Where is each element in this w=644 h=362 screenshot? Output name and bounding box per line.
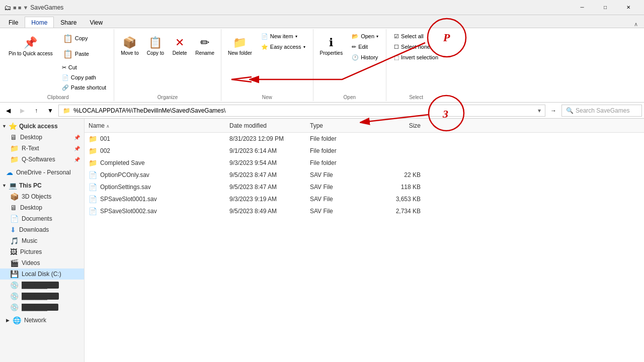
sidebar-item-local-disk[interactable]: 💾 Local Disk (C:) (0, 268, 84, 280)
table-row[interactable]: 📄 OptionSettings.sav 9/5/2023 8:47 AM SA… (85, 181, 644, 193)
sidebar-item-documents[interactable]: 📄 Documents (0, 213, 84, 224)
tab-file[interactable]: File (2, 17, 25, 28)
paste-shortcut-button[interactable]: 🔗 Paste shortcut (59, 82, 109, 93)
file-date-cell: 9/3/2023 9:19 AM (229, 196, 310, 203)
sidebar-item-desktop[interactable]: 🖥 Desktop 📌 (0, 132, 84, 143)
table-row[interactable]: 📁 001 8/31/2023 12:09 PM File folder (85, 133, 644, 145)
recent-paths-button[interactable]: ▼ (44, 105, 56, 117)
sidebar-item-downloads[interactable]: ⬇ Downloads (0, 224, 84, 235)
table-row[interactable]: 📄 SPSaveSlot0002.sav 9/5/2023 8:49 AM SA… (85, 205, 644, 217)
organize-group: 📦 Move to 📋 Copy to ✕ Delete ✏ Rename Or… (114, 29, 221, 101)
new-label: New (262, 94, 272, 100)
network-icon: 🌐 (13, 316, 21, 324)
select-group: ☑ Select all ☐ Select none ⬚ Invert sele… (386, 29, 446, 101)
file-name-text: Completed Save (100, 159, 145, 166)
history-icon: 🕐 (352, 54, 359, 61)
sidebar-item-drive-e[interactable]: 💿 ██████ (E:) (0, 291, 84, 302)
videos-icon: 🎬 (10, 259, 19, 267)
ribbon-collapse-icon[interactable]: ∧ (634, 21, 638, 28)
col-name[interactable]: Name ∧ (89, 122, 229, 129)
up-button[interactable]: ↑ (30, 105, 42, 117)
sidebar-item-3dobjects[interactable]: 📦 3D Objects (0, 191, 84, 202)
file-type-icon: 📄 (89, 195, 97, 203)
file-name-cell: 📁 002 (89, 147, 229, 155)
sidebar-item-onedrive[interactable]: ☁ OneDrive - Personal (0, 167, 84, 178)
copy-path-button[interactable]: 📄 Copy path (59, 72, 109, 82)
sidebar-item-videos[interactable]: 🎬 Videos (0, 257, 84, 268)
title-bar: 🗂 ■ ■ ▼ SaveGames ─ □ ✕ (0, 0, 644, 15)
sidebar-item-pictures[interactable]: 🖼 Pictures (0, 246, 84, 257)
copy-button[interactable]: 📋 Copy (59, 31, 109, 46)
address-dropdown-icon[interactable]: ▾ (538, 107, 541, 114)
open-button[interactable]: 📂 Open ▾ (349, 31, 381, 41)
new-item-button[interactable]: 📄 New item ▾ (259, 31, 308, 41)
sidebar-item-drive-f[interactable]: 💿 ██████ (F:) (0, 302, 84, 313)
sidebar-item-network[interactable]: ▶ 🌐 Network (0, 315, 84, 326)
delete-button[interactable]: ✕ Delete (169, 30, 191, 62)
address-path[interactable]: 📁 %LOCALAPPDATA%\TheDevilInMe\Saved\Save… (58, 105, 545, 117)
forward-button[interactable]: ▶ (16, 105, 28, 117)
select-none-icon: ☐ (394, 44, 399, 50)
file-size-cell: 118 KB (370, 184, 421, 191)
this-pc-header[interactable]: ▼ 💻 This PC (0, 180, 84, 191)
close-button[interactable]: ✕ (617, 0, 640, 15)
table-row[interactable]: 📁 Completed Save 9/3/2023 9:54 AM File f… (85, 157, 644, 169)
back-button[interactable]: ◀ (2, 105, 14, 117)
sidebar-item-desktop-pc[interactable]: 🖥 Desktop (0, 202, 84, 213)
clipboard-group: 📌 Pin to Quick access 📋 Copy 📋 Paste ✂ (2, 29, 114, 101)
pin-to-quick-access-button[interactable]: 📌 Pin to Quick access (5, 30, 56, 62)
open-buttons: ℹ Properties 📂 Open ▾ ✏ Edit 🕐 (316, 30, 383, 94)
properties-button[interactable]: ℹ Properties (316, 30, 347, 62)
invert-selection-button[interactable]: ⬚ Invert selection (391, 52, 441, 62)
search-box[interactable]: 🔍 Search SaveGames (561, 105, 642, 117)
rename-button[interactable]: ✏ Rename (192, 30, 218, 62)
paste-button[interactable]: 📋 Paste (59, 47, 109, 62)
quick-access-header[interactable]: ▼ ⭐ Quick access (0, 121, 84, 132)
file-name-cell: 📄 SPSaveSlot0002.sav (89, 207, 229, 215)
window-controls: ─ □ ✕ (571, 0, 640, 15)
properties-icon: ℹ (329, 36, 333, 49)
refresh-button[interactable]: → (547, 105, 559, 117)
sidebar-item-music[interactable]: 🎵 Music (0, 235, 84, 246)
qsoftwares-icon: 📁 (10, 155, 19, 163)
table-row[interactable]: 📁 002 9/1/2023 6:14 AM File folder (85, 145, 644, 157)
tab-home[interactable]: Home (25, 17, 54, 28)
col-type[interactable]: Type (310, 122, 370, 129)
sidebar-item-drive-d[interactable]: 💿 ██████ (D:) (0, 280, 84, 291)
drive-f-icon: 💿 (10, 303, 19, 311)
sidebar: ▼ ⭐ Quick access 🖥 Desktop 📌 📁 R-Text 📌 … (0, 119, 85, 362)
move-to-button[interactable]: 📦 Move to (117, 30, 142, 62)
open-icon: 📂 (352, 33, 359, 40)
sidebar-item-qsoftwares[interactable]: 📁 Q-Softwares 📌 (0, 154, 84, 165)
local-disk-icon: 💾 (10, 270, 19, 278)
col-date[interactable]: Date modified (229, 122, 310, 129)
address-bar: ◀ ▶ ↑ ▼ 📁 %LOCALAPPDATA%\TheDevilInMe\Sa… (0, 103, 644, 119)
file-name-text: 002 (100, 147, 110, 154)
file-type-cell: File folder (310, 147, 370, 154)
new-folder-button[interactable]: 📁 New folder (224, 30, 256, 62)
copy-to-button[interactable]: 📋 Copy to (143, 30, 168, 62)
table-row[interactable]: 📄 SPSaveSlot0001.sav 9/3/2023 9:19 AM SA… (85, 193, 644, 205)
ribbon-tabs: File Home Share View ∧ (0, 15, 644, 28)
clipboard-label: Clipboard (47, 94, 69, 100)
select-all-button[interactable]: ☑ Select all (391, 31, 441, 41)
tab-share[interactable]: Share (54, 17, 83, 28)
maximize-button[interactable]: □ (594, 0, 617, 15)
network-expand-icon: ▶ (6, 318, 10, 323)
sidebar-item-rtext[interactable]: 📁 R-Text 📌 (0, 143, 84, 154)
pin-indicator: 📌 (74, 135, 80, 140)
history-button[interactable]: 🕐 History (349, 52, 381, 62)
file-date-cell: 9/5/2023 8:47 AM (229, 184, 310, 191)
pictures-icon: 🖼 (10, 248, 17, 256)
col-size[interactable]: Size (370, 122, 421, 129)
easy-access-button[interactable]: ⭐ Easy access ▾ (259, 42, 308, 52)
edit-button[interactable]: ✏ Edit (349, 42, 381, 52)
tab-view[interactable]: View (83, 17, 109, 28)
sort-arrow: ∧ (106, 124, 110, 129)
table-row[interactable]: 📄 OptionPCOnly.sav 9/5/2023 8:47 AM SAV … (85, 169, 644, 181)
file-type-cell: File folder (310, 159, 370, 166)
cut-button[interactable]: ✂ Cut (59, 62, 109, 72)
music-icon: 🎵 (10, 237, 19, 245)
minimize-button[interactable]: ─ (571, 0, 594, 15)
select-none-button[interactable]: ☐ Select none (391, 42, 441, 52)
